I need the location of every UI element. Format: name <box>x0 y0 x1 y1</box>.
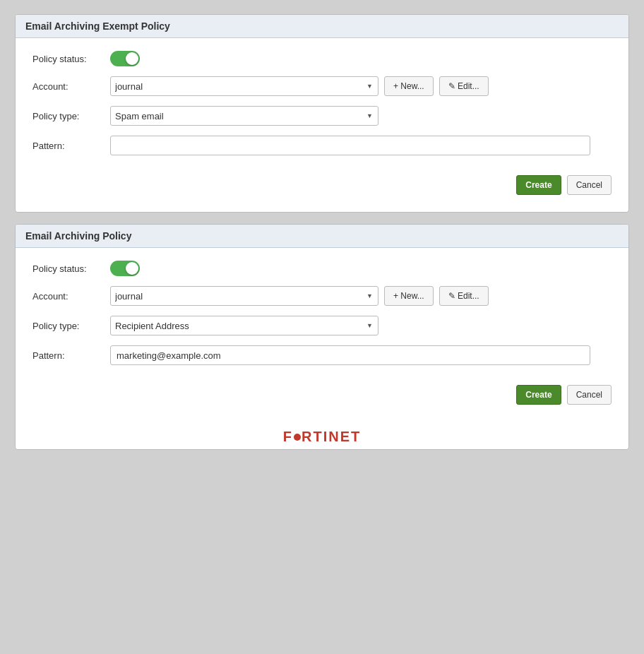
cancel-button[interactable]: Cancel <box>567 175 612 195</box>
new-account-button-2[interactable]: + New... <box>384 286 434 306</box>
account-row: Account: journal + New... ✎ Edit... <box>32 76 612 96</box>
account-select-wrapper-2: journal <box>110 286 378 306</box>
archiving-policy-panel: Email Archiving Policy Policy status: Ac… <box>15 224 629 450</box>
policy-type-select-wrapper: Spam email <box>110 106 378 126</box>
policy-type-label-2: Policy type: <box>32 321 110 331</box>
policy-type-row: Policy type: Spam email <box>32 106 612 126</box>
policy-status-row-2: Policy status: <box>32 261 612 276</box>
pattern-input[interactable] <box>110 136 590 155</box>
policy-status-label: Policy status: <box>32 54 110 64</box>
policy-type-select-2[interactable]: Recipient Address <box>110 316 378 335</box>
policy-status-row: Policy status: <box>32 51 612 66</box>
create-button[interactable]: Create <box>516 175 561 195</box>
pattern-label: Pattern: <box>32 141 110 151</box>
account-select[interactable]: journal <box>110 76 378 96</box>
policy-status-label-2: Policy status: <box>32 263 110 274</box>
fortinet-logo-bar: FRTINET <box>16 422 628 449</box>
new-account-button[interactable]: + New... <box>384 76 434 96</box>
fortinet-logo: FRTINET <box>283 429 361 445</box>
edit-account-button-2[interactable]: ✎ Edit... <box>439 286 489 306</box>
panel1-footer: Create Cancel <box>32 175 612 195</box>
policy-status-toggle-wrapper <box>110 51 140 66</box>
account-label-2: Account: <box>32 291 110 302</box>
create-button-2[interactable]: Create <box>516 385 561 405</box>
policy-status-toggle-2[interactable] <box>110 261 140 276</box>
account-row-2: Account: journal + New... ✎ Edit... <box>32 286 612 306</box>
account-label: Account: <box>32 81 110 92</box>
policy-type-select[interactable]: Spam email <box>110 106 378 126</box>
archiving-policy-title: Email Archiving Policy <box>16 225 628 248</box>
cancel-button-2[interactable]: Cancel <box>567 385 612 405</box>
policy-type-row-2: Policy type: Recipient Address <box>32 316 612 335</box>
account-select-wrapper: journal <box>110 76 378 96</box>
exempt-policy-title: Email Archiving Exempt Policy <box>16 15 628 38</box>
policy-status-toggle-wrapper-2 <box>110 261 140 276</box>
policy-type-label: Policy type: <box>32 111 110 121</box>
policy-type-select-wrapper-2: Recipient Address <box>110 316 378 335</box>
exempt-policy-panel: Email Archiving Exempt Policy Policy sta… <box>15 14 629 213</box>
account-select-2[interactable]: journal <box>110 286 378 306</box>
pattern-input-2[interactable] <box>110 345 590 365</box>
edit-account-button[interactable]: ✎ Edit... <box>439 76 489 96</box>
account-control-group: journal + New... ✎ Edit... <box>110 76 612 96</box>
panel2-footer: Create Cancel <box>32 385 612 405</box>
pattern-label-2: Pattern: <box>32 350 110 361</box>
pattern-row: Pattern: <box>32 136 612 155</box>
pattern-row-2: Pattern: <box>32 345 612 365</box>
policy-status-toggle[interactable] <box>110 51 140 66</box>
account-control-group-2: journal + New... ✎ Edit... <box>110 286 612 306</box>
